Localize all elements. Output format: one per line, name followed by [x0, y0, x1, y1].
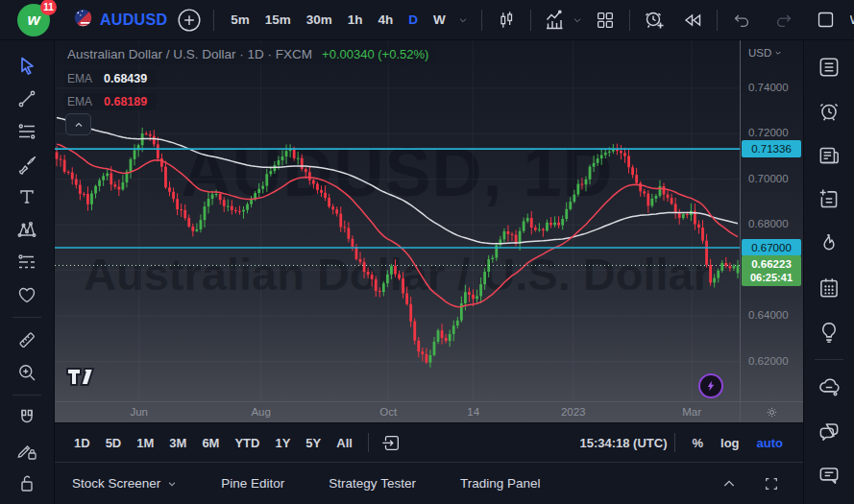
divider	[530, 10, 531, 31]
auto-scale-button[interactable]: auto	[748, 432, 792, 454]
chart-canvas[interactable]: AUDUSD, 1D Australian Dollar / U.S. Doll…	[55, 40, 740, 401]
tab-strategy-tester[interactable]: Strategy Tester	[329, 476, 416, 491]
remove-drawings-button[interactable]	[9, 467, 45, 499]
help-button[interactable]	[810, 500, 848, 504]
drawing-toolbar	[0, 40, 55, 504]
legend-symbol-title[interactable]: Australian Dollar / U.S. Dollar · 1D · F…	[67, 47, 312, 61]
layout-grid-button[interactable]	[591, 6, 620, 35]
measure-ruler-button[interactable]	[9, 324, 45, 356]
right-sidebar	[803, 40, 854, 504]
lock-drawings-button[interactable]	[9, 434, 45, 467]
projection-tool-button[interactable]	[9, 246, 45, 278]
price-axis[interactable]: USD 0.740000.720000.700000.680000.640000…	[740, 40, 803, 401]
cursor-tool-button[interactable]	[9, 50, 45, 83]
range-3m-button[interactable]: 3M	[161, 432, 194, 454]
divider	[629, 10, 630, 31]
news-button[interactable]	[810, 136, 848, 175]
minds-button[interactable]	[810, 368, 848, 406]
layout-name-label[interactable]: Wealthy Educ...	[850, 12, 854, 27]
last-price-value: 0.66223	[751, 257, 792, 271]
range-1y-button[interactable]: 1Y	[267, 432, 298, 454]
ema-indicator-row[interactable]: EMA 0.68439	[63, 70, 157, 87]
range-1d-button[interactable]: 1D	[66, 432, 98, 454]
divider	[481, 10, 482, 31]
interval-1h[interactable]: 1h	[341, 9, 370, 31]
bottom-panel-tabs: Stock Screener Pine Editor Strategy Test…	[55, 462, 803, 504]
interval-4h[interactable]: 4h	[372, 9, 401, 31]
legend-collapse-button[interactable]	[65, 113, 91, 135]
time-tick-label: 2023	[561, 406, 586, 418]
range-1m-button[interactable]: 1M	[129, 432, 161, 454]
user-avatar[interactable]: w 11	[17, 4, 50, 36]
range-5y-button[interactable]: 5Y	[298, 432, 329, 454]
alerts-button[interactable]	[810, 92, 848, 131]
save-layout-button[interactable]	[812, 6, 841, 35]
tab-stock-screener[interactable]: Stock Screener	[72, 476, 177, 491]
bar-replay-button[interactable]	[678, 6, 707, 35]
percent-scale-button[interactable]: %	[683, 432, 712, 454]
interval-30m[interactable]: 30m	[300, 9, 339, 31]
magnet-mode-button[interactable]	[9, 401, 45, 434]
indicators-dropdown-chevron-icon[interactable]	[570, 6, 585, 35]
go-to-date-button[interactable]	[377, 428, 405, 457]
price-level-label: 0.71336	[742, 140, 801, 157]
log-scale-button[interactable]: log	[712, 432, 748, 454]
ideas-button[interactable]	[810, 313, 848, 351]
calendar-button[interactable]	[810, 269, 848, 307]
interval-dropdown-chevron-icon[interactable]	[454, 6, 472, 35]
favorites-heart-button[interactable]	[9, 278, 45, 311]
watchlist-button[interactable]	[810, 48, 848, 86]
range-5d-button[interactable]: 5D	[98, 432, 130, 454]
chart-legend[interactable]: Australian Dollar / U.S. Dollar · 1D · F…	[63, 44, 436, 110]
ema-indicator-row[interactable]: EMA 0.68189	[63, 93, 157, 110]
chart-settings-gear-button[interactable]	[740, 401, 803, 422]
price-tick-label: 0.74000	[748, 82, 789, 93]
price-level-label: 0.67000	[742, 239, 801, 256]
brush-tool-button[interactable]	[9, 148, 45, 180]
price-tick-label: 0.64000	[748, 309, 789, 321]
top-toolbar: w 11 AUDUSD 5m 15	[0, 0, 854, 40]
indicators-button[interactable]	[541, 6, 570, 35]
support-button[interactable]	[810, 456, 848, 494]
expand-panel-chevron-button[interactable]	[715, 469, 744, 498]
symbol-name: AUDUSD	[100, 12, 167, 29]
interval-1d[interactable]: D	[402, 9, 425, 31]
hotlists-button[interactable]	[810, 225, 848, 263]
trend-line-tool-button[interactable]	[9, 83, 45, 115]
undo-button[interactable]	[727, 6, 756, 35]
price-tick-label: 0.72000	[748, 127, 789, 138]
symbol-search-button[interactable]: AUDUSD	[73, 8, 167, 32]
ema-label: EMA	[67, 72, 92, 85]
price-tick-label: 0.70000	[748, 173, 789, 184]
time-tick-label: Aug	[251, 406, 270, 418]
fib-retracement-tool-button[interactable]	[9, 115, 45, 148]
divider	[368, 433, 369, 452]
chat-button[interactable]	[810, 412, 848, 450]
range-6m-button[interactable]: 6M	[194, 432, 227, 454]
instant-trading-button[interactable]	[698, 373, 723, 398]
tradingview-logo[interactable]	[65, 367, 100, 391]
range-ytd-button[interactable]: YTD	[227, 432, 267, 454]
notification-badge: 11	[40, 0, 57, 15]
divider	[12, 317, 41, 318]
xabcd-pattern-tool-button[interactable]	[9, 213, 45, 246]
interval-1w[interactable]: W	[427, 9, 452, 31]
session-clock[interactable]: 15:34:18 (UTC)	[579, 436, 667, 450]
tab-trading-panel[interactable]: Trading Panel	[460, 476, 541, 491]
tab-pine-editor[interactable]: Pine Editor	[221, 476, 284, 491]
interval-5m[interactable]: 5m	[224, 9, 256, 31]
notes-button[interactable]	[810, 180, 848, 219]
redo-button[interactable]	[769, 6, 798, 35]
price-axis-currency-selector[interactable]: USD	[748, 47, 782, 59]
divider	[717, 10, 718, 31]
zoom-in-button[interactable]	[9, 356, 45, 389]
text-tool-button[interactable]	[9, 180, 45, 213]
range-all-button[interactable]: All	[329, 432, 360, 454]
chart-style-candles-button[interactable]	[492, 6, 521, 35]
time-axis[interactable]: JunAugOct142023Mar	[55, 401, 803, 422]
interval-15m[interactable]: 15m	[258, 9, 298, 31]
create-alert-button[interactable]	[640, 6, 669, 35]
tab-label: Stock Screener	[72, 476, 160, 491]
compare-add-symbol-button[interactable]	[175, 6, 204, 35]
fullscreen-button[interactable]	[757, 469, 786, 498]
